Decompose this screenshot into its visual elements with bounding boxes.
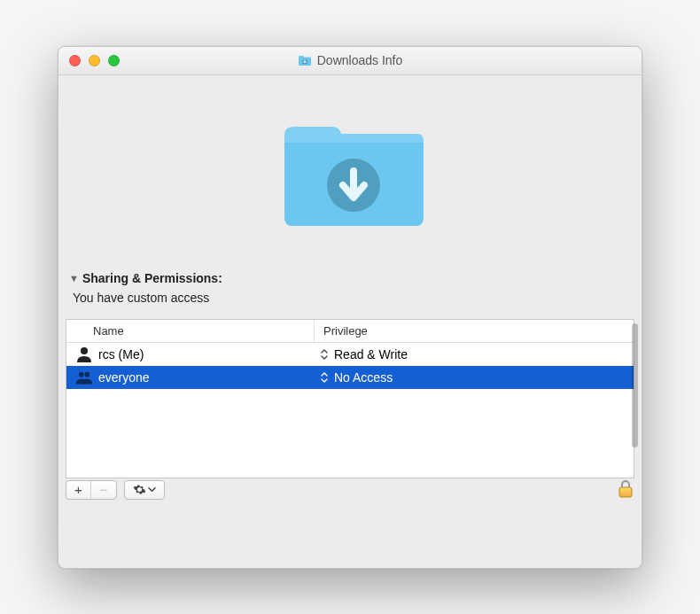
sharing-permissions-header[interactable]: ▼ Sharing & Permissions:: [69, 271, 631, 285]
downloads-folder-large-icon: [277, 111, 424, 230]
close-button[interactable]: [69, 55, 81, 66]
stepper-icon[interactable]: [320, 371, 329, 384]
table-row[interactable]: rcs (Me) Read & Write: [66, 343, 634, 366]
section-title: Sharing & Permissions:: [82, 271, 222, 285]
info-window: Downloads Info ▼ Sharing & Permissions: …: [58, 46, 642, 569]
remove-button[interactable]: −: [91, 481, 116, 499]
svg-rect-0: [299, 58, 311, 66]
permissions-table: Name Privilege rcs (Me): [66, 319, 634, 478]
svg-point-4: [81, 347, 88, 354]
svg-rect-1: [299, 56, 304, 58]
chevron-down-icon: [148, 486, 156, 494]
disclosure-triangle-icon: ▼: [69, 273, 79, 284]
scrollbar[interactable]: [632, 323, 638, 447]
privilege-value: Read & Write: [334, 347, 408, 361]
add-remove-group: + −: [66, 480, 117, 500]
table-body: rcs (Me) Read & Write: [66, 343, 634, 478]
user-name: rcs (Me): [98, 347, 144, 361]
table-toolbar: + −: [66, 478, 634, 501]
column-header-privilege[interactable]: Privilege: [315, 320, 634, 342]
lock-button[interactable]: [617, 479, 634, 501]
stepper-icon[interactable]: [320, 348, 329, 361]
user-single-icon: [75, 346, 93, 362]
svg-point-2: [302, 59, 307, 65]
svg-point-5: [79, 371, 84, 377]
window-controls: [58, 55, 120, 66]
table-row[interactable]: everyone No Access: [66, 366, 634, 389]
access-summary: You have custom access: [73, 291, 631, 305]
user-name: everyone: [98, 370, 150, 385]
titlebar: Downloads Info: [58, 47, 642, 75]
minimize-button[interactable]: [89, 55, 100, 66]
add-button[interactable]: +: [66, 481, 91, 499]
window-title: Downloads Info: [317, 53, 403, 67]
svg-rect-7: [619, 487, 632, 497]
privilege-value: No Access: [334, 370, 393, 385]
gear-icon: [133, 483, 146, 496]
zoom-button[interactable]: [108, 55, 120, 66]
action-menu-button[interactable]: [124, 480, 165, 500]
table-header-row: Name Privilege: [66, 320, 634, 343]
folder-preview: [58, 75, 642, 266]
downloads-folder-icon: [298, 53, 312, 67]
column-header-name[interactable]: Name: [66, 320, 315, 342]
svg-point-6: [85, 371, 90, 377]
lock-icon: [617, 479, 634, 499]
user-group-icon: [75, 369, 93, 385]
